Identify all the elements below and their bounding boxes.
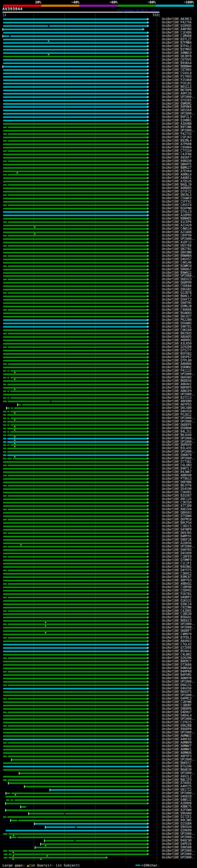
hit-bar[interactable] [35,823,147,825]
hit-bar[interactable] [3,556,147,558]
hit-bar[interactable] [3,333,147,334]
hit-bar[interactable] [3,401,147,402]
hit-bar[interactable] [3,630,147,632]
hit-bar[interactable] [3,542,147,544]
hit-bar[interactable] [3,130,147,131]
hit-bar[interactable] [3,603,147,605]
hit-bar[interactable] [3,728,147,730]
hit-bar[interactable] [3,495,147,497]
hit-bar[interactable] [3,471,147,473]
hit-bar[interactable] [3,566,147,568]
hit-bar[interactable] [3,110,147,111]
hit-bar[interactable] [3,279,147,280]
hit-bar[interactable] [3,181,147,182]
hit-bar[interactable] [3,160,147,162]
hit-bar[interactable] [3,752,147,754]
hit-bar[interactable] [3,289,147,290]
hit-bar[interactable] [3,113,147,115]
hit-bar[interactable] [3,391,147,392]
hit-bar[interactable] [35,847,147,848]
hit-bar[interactable] [3,461,147,463]
hit-bar[interactable] [3,356,147,358]
hit-bar[interactable] [3,451,147,453]
hit-bar[interactable] [11,820,147,821]
hit-bar[interactable] [3,201,147,203]
hit-bar[interactable] [3,42,147,44]
hit-bar[interactable] [3,539,147,541]
hit-bar[interactable] [3,73,147,74]
hit-bar[interactable] [3,512,147,514]
hit-bar[interactable] [3,766,147,767]
hit-bar[interactable] [3,120,147,121]
hit-bar[interactable] [3,532,147,534]
hit-bar[interactable] [3,654,147,655]
hit-bar[interactable] [3,150,147,152]
hit-bar[interactable] [3,651,147,652]
hit-bar[interactable] [3,414,147,416]
hit-bar[interactable] [3,59,147,61]
hit-bar[interactable] [3,221,147,223]
hit-bar[interactable] [3,577,147,578]
hit-bar[interactable] [3,302,147,304]
hit-bar[interactable] [3,749,147,750]
hit-bar[interactable] [3,516,147,517]
hit-bar[interactable] [3,458,147,459]
hit-bar[interactable] [3,833,147,835]
hit-bar[interactable] [3,553,147,554]
hit-bar[interactable] [3,106,147,108]
hit-bar[interactable] [3,627,147,628]
hit-bar[interactable] [3,140,147,142]
hit-bar[interactable] [3,231,147,233]
hit-bar[interactable] [3,607,147,609]
hit-bar[interactable] [3,769,147,771]
hit-bar[interactable] [3,367,147,368]
hit-bar[interactable] [3,90,147,91]
hit-bar[interactable] [3,455,147,456]
hit-bar[interactable] [3,306,147,307]
hit-bar[interactable] [3,63,147,64]
hit-bar[interactable] [5,830,147,831]
hit-bar[interactable] [45,840,147,841]
hit-bar[interactable] [3,739,147,740]
hit-bar[interactable] [3,411,147,412]
hit-bar[interactable] [3,198,147,199]
hit-bar[interactable] [3,593,147,595]
hit-bar[interactable] [3,340,147,341]
hit-bar[interactable] [3,424,147,426]
hit-bar[interactable] [3,394,147,395]
hit-bar[interactable] [3,225,147,226]
hit-bar[interactable] [3,657,147,659]
hit-bar[interactable] [3,620,147,622]
hit-bar[interactable] [3,468,147,470]
hit-bar[interactable] [3,319,147,321]
hit-bar[interactable] [3,492,147,493]
hit-bar[interactable] [3,127,147,128]
hit-bar[interactable] [3,559,147,561]
hit-bar[interactable] [3,850,147,852]
hit-bar[interactable] [3,434,147,436]
hit-bar[interactable] [3,272,147,274]
hit-bar[interactable] [3,417,147,419]
hit-bar[interactable] [3,242,147,243]
hit-bar[interactable] [6,803,147,804]
hit-bar[interactable] [3,228,147,230]
hit-bar[interactable] [3,712,147,713]
hit-bar[interactable] [3,167,147,169]
hit-bar[interactable] [3,597,147,598]
hit-bar[interactable] [3,735,147,737]
hit-bar[interactable] [3,336,147,338]
hit-bar[interactable] [3,637,147,639]
hit-bar[interactable] [3,475,147,476]
hit-bar[interactable] [3,644,147,645]
hit-bar[interactable] [3,133,147,135]
hit-bar[interactable] [6,809,147,811]
hit-bar[interactable] [3,617,147,618]
hit-bar[interactable] [3,313,147,314]
hit-bar[interactable] [3,705,147,706]
hit-bar[interactable] [3,282,147,284]
hit-bar[interactable] [3,285,147,287]
hit-bar[interactable] [3,573,147,575]
hit-bar[interactable] [3,164,147,165]
hit-bar[interactable] [18,404,147,405]
hit-bar[interactable] [3,755,147,757]
